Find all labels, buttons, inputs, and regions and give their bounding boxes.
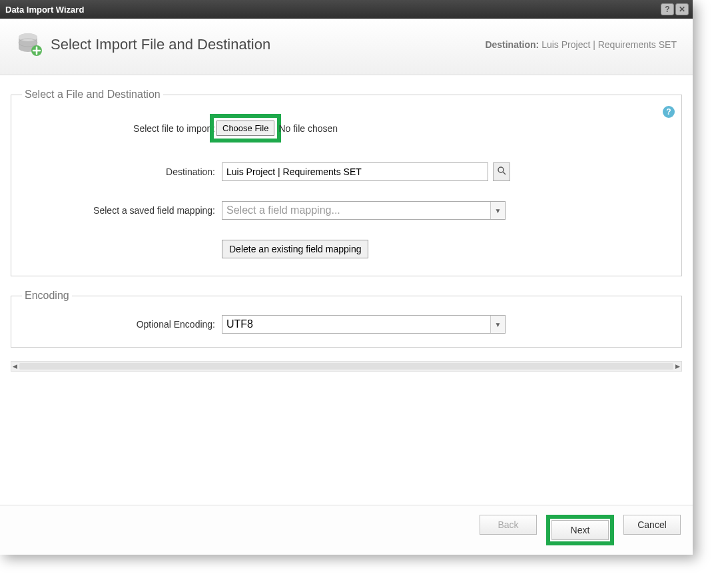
next-button[interactable]: Next xyxy=(551,520,609,540)
svg-point-1 xyxy=(19,33,37,41)
fieldset-help-icon[interactable]: ? xyxy=(663,106,675,118)
mapping-row: Select a saved field mapping: Select a f… xyxy=(22,201,671,220)
choose-file-button[interactable]: Choose File xyxy=(216,121,274,136)
cancel-button[interactable]: Cancel xyxy=(623,515,681,535)
mapping-label: Select a saved field mapping: xyxy=(22,205,222,216)
encoding-control: UTF8 ▼ xyxy=(222,315,506,334)
next-button-highlight: Next xyxy=(546,515,614,545)
encoding-legend: Encoding xyxy=(22,290,72,302)
wizard-dialog: Data Import Wizard ? ✕ Select Import Fil… xyxy=(0,0,693,555)
destination-label: Destination: xyxy=(22,166,222,177)
scroll-right-icon: ▶ xyxy=(675,363,680,370)
delete-mapping-row: Delete an existing field mapping xyxy=(22,240,671,258)
mapping-select[interactable]: Select a field mapping... ▼ xyxy=(222,201,506,220)
title-bar: Data Import Wizard ? ✕ xyxy=(0,0,693,19)
mapping-select-placeholder: Select a field mapping... xyxy=(226,204,340,216)
file-row: Select file to import: Choose File No fi… xyxy=(22,114,671,143)
header-dest-value: Luis Project | Requirements SET xyxy=(541,39,677,50)
destination-input[interactable] xyxy=(222,162,488,181)
delete-mapping-button[interactable]: Delete an existing field mapping xyxy=(222,240,368,258)
encoding-value: UTF8 xyxy=(226,318,253,330)
encoding-row: Optional Encoding: UTF8 ▼ xyxy=(22,315,671,334)
file-label: Select file to import: xyxy=(22,123,222,134)
wizard-footer: Back Next Cancel xyxy=(0,505,693,555)
chevron-down-icon: ▼ xyxy=(490,316,505,333)
encoding-fieldset: Encoding Optional Encoding: UTF8 ▼ xyxy=(11,290,682,348)
destination-control xyxy=(222,162,510,181)
encoding-label: Optional Encoding: xyxy=(22,319,222,330)
header-dest-label: Destination: xyxy=(485,39,539,50)
scroll-left-icon: ◀ xyxy=(13,363,17,370)
delete-mapping-control: Delete an existing field mapping xyxy=(222,240,368,258)
file-destination-fieldset: Select a File and Destination ? Select f… xyxy=(11,89,682,276)
wizard-content: Select a File and Destination ? Select f… xyxy=(0,75,693,372)
magnifier-icon xyxy=(497,166,506,178)
mapping-control: Select a field mapping... ▼ xyxy=(222,201,506,220)
horizontal-scrollbar[interactable]: ◀ ▶ xyxy=(11,361,682,372)
choose-file-highlight: Choose File xyxy=(210,114,281,143)
window-title: Data Import Wizard xyxy=(5,5,84,15)
encoding-select[interactable]: UTF8 ▼ xyxy=(222,315,506,334)
svg-point-4 xyxy=(498,167,504,172)
file-chosen-status: No file chosen xyxy=(278,123,338,134)
titlebar-buttons: ? ✕ xyxy=(661,3,689,15)
back-button[interactable]: Back xyxy=(480,515,537,535)
page-title: Select Import File and Destination xyxy=(51,36,270,53)
database-import-icon xyxy=(16,31,44,59)
svg-line-5 xyxy=(503,172,506,174)
scrollbar-track[interactable] xyxy=(19,363,673,370)
destination-browse-button[interactable] xyxy=(493,162,510,181)
chevron-down-icon: ▼ xyxy=(490,202,505,219)
close-button[interactable]: ✕ xyxy=(675,3,689,15)
wizard-header: Select Import File and Destination Desti… xyxy=(0,19,693,75)
destination-row: Destination: xyxy=(22,162,671,181)
header-left: Select Import File and Destination xyxy=(16,31,270,59)
header-destination: Destination: Luis Project | Requirements… xyxy=(485,39,677,50)
help-button[interactable]: ? xyxy=(661,3,674,15)
file-destination-legend: Select a File and Destination xyxy=(22,89,163,101)
file-control: Choose File No file chosen xyxy=(222,114,338,143)
